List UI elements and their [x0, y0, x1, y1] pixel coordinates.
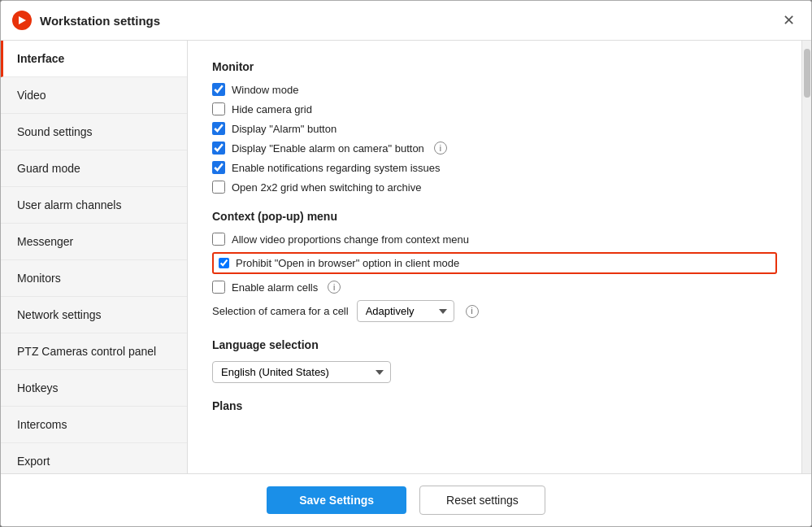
sidebar-item-interface[interactable]: Interface — [1, 41, 187, 77]
camera-selection-info-icon[interactable]: i — [466, 305, 479, 318]
plans-section-title: Plans — [212, 399, 777, 412]
svg-marker-0 — [19, 16, 26, 24]
hide-camera-grid-label[interactable]: Hide camera grid — [232, 103, 312, 115]
workstation-settings-dialog: Workstation settings ✕ InterfaceVideoSou… — [0, 0, 812, 527]
checkbox-row: Enable notifications regarding system is… — [212, 161, 777, 174]
checkbox-row: Allow video proportions change from cont… — [212, 233, 777, 246]
checkbox-row: Display "Alarm" button — [212, 122, 777, 135]
sidebar-item-monitors[interactable]: Monitors — [1, 260, 187, 297]
hide-camera-grid-checkbox[interactable] — [212, 102, 225, 115]
language-dropdown[interactable]: English (United States) Русский Deutsch … — [212, 361, 391, 383]
camera-selection-label: Selection of camera for a cell — [212, 305, 349, 317]
sidebar-item-export[interactable]: Export — [1, 443, 187, 473]
enable-alarm-cells-label[interactable]: Enable alarm cells — [232, 281, 318, 294]
allow-video-proportions-checkbox[interactable] — [212, 233, 225, 246]
allow-video-proportions-label[interactable]: Allow video proportions change from cont… — [232, 233, 469, 246]
sidebar-item-network-settings[interactable]: Network settings — [1, 297, 187, 333]
sidebar-item-guard-mode[interactable]: Guard mode — [1, 150, 187, 187]
checkbox-row: Enable alarm cells i — [212, 281, 777, 294]
language-section: Language selection English (United State… — [212, 338, 777, 383]
display-alarm-button-label[interactable]: Display "Alarm" button — [232, 123, 337, 135]
checkbox-row: Hide camera grid — [212, 102, 777, 115]
monitor-section-title: Monitor — [212, 60, 777, 73]
language-section-title: Language selection — [212, 338, 777, 351]
checkbox-row: Open 2x2 grid when switching to archive — [212, 181, 777, 194]
sidebar: InterfaceVideoSound settingsGuard modeUs… — [1, 41, 188, 473]
save-settings-button[interactable]: Save Settings — [267, 486, 406, 514]
reset-settings-button[interactable]: Reset settings — [419, 486, 545, 515]
context-section-title: Context (pop-up) menu — [212, 210, 777, 223]
window-mode-checkbox[interactable] — [212, 83, 225, 96]
open-2x2-grid-checkbox[interactable] — [212, 181, 225, 194]
sidebar-item-intercoms[interactable]: Intercoms — [1, 407, 187, 443]
open-2x2-grid-label[interactable]: Open 2x2 grid when switching to archive — [232, 181, 421, 194]
dialog-title: Workstation settings — [40, 14, 777, 28]
scrollbar-thumb[interactable] — [804, 49, 810, 98]
display-enable-alarm-label[interactable]: Display "Enable alarm on camera" button — [232, 142, 424, 155]
camera-selection-dropdown[interactable]: Adaptively Manually Automatically — [357, 300, 454, 322]
checkbox-row: Display "Enable alarm on camera" button … — [212, 142, 777, 155]
context-menu-section: Context (pop-up) menu Allow video propor… — [212, 210, 777, 322]
enable-notifications-checkbox[interactable] — [212, 161, 225, 174]
display-enable-alarm-checkbox[interactable] — [212, 142, 225, 155]
content-area: Monitor Window mode Hide camera grid Dis… — [188, 41, 801, 473]
app-logo — [12, 11, 32, 30]
sidebar-item-video[interactable]: Video — [1, 77, 187, 114]
camera-selection-row: Selection of camera for a cell Adaptivel… — [212, 300, 777, 322]
prohibit-open-browser-row: Prohibit "Open in browser" option in cli… — [212, 252, 777, 274]
enable-alarm-cells-checkbox[interactable] — [212, 281, 225, 294]
plans-section: Plans — [212, 399, 777, 412]
prohibit-open-browser-checkbox[interactable] — [219, 258, 229, 268]
sidebar-item-ptz-cameras-control-panel[interactable]: PTZ Cameras control panel — [1, 333, 187, 370]
sidebar-item-user-alarm-channels[interactable]: User alarm channels — [1, 187, 187, 224]
close-button[interactable]: ✕ — [777, 9, 800, 32]
alarm-cells-info-icon[interactable]: i — [328, 281, 341, 294]
checkbox-row: Window mode — [212, 83, 777, 96]
sidebar-item-hotkeys[interactable]: Hotkeys — [1, 370, 187, 407]
dialog-footer: Save Settings Reset settings — [1, 473, 811, 526]
dialog-body: InterfaceVideoSound settingsGuard modeUs… — [1, 41, 811, 473]
sidebar-item-sound-settings[interactable]: Sound settings — [1, 114, 187, 150]
sidebar-item-messenger[interactable]: Messenger — [1, 224, 187, 260]
enable-notifications-label[interactable]: Enable notifications regarding system is… — [232, 162, 441, 174]
display-alarm-button-checkbox[interactable] — [212, 122, 225, 135]
window-mode-label[interactable]: Window mode — [232, 84, 298, 96]
info-icon[interactable]: i — [434, 142, 447, 155]
scrollbar-track[interactable] — [801, 41, 811, 473]
monitor-section: Monitor Window mode Hide camera grid Dis… — [212, 60, 777, 194]
prohibit-open-browser-label[interactable]: Prohibit "Open in browser" option in cli… — [236, 257, 459, 269]
title-bar: Workstation settings ✕ — [1, 1, 811, 41]
